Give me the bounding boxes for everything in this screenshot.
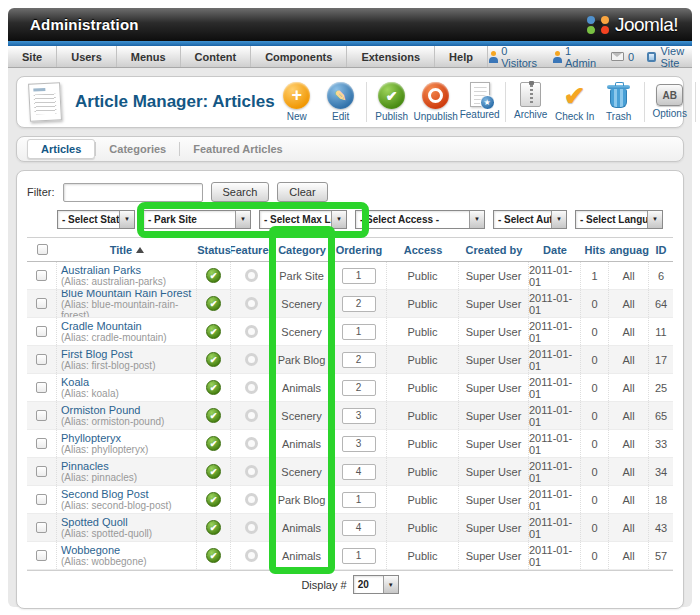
ordering-input[interactable]	[342, 380, 376, 396]
tab-featured-articles[interactable]: Featured Articles	[180, 140, 295, 158]
row-checkbox[interactable]	[36, 382, 47, 393]
row-checkbox[interactable]	[36, 298, 47, 309]
featured-button[interactable]: Featured	[458, 82, 502, 120]
row-checkbox[interactable]	[36, 550, 47, 561]
published-status-icon[interactable]: ✔	[206, 548, 221, 563]
unfeatured-toggle-icon[interactable]	[245, 437, 258, 450]
new-button[interactable]: +New	[275, 82, 319, 122]
row-checkbox[interactable]	[36, 522, 47, 533]
published-status-icon[interactable]: ✔	[206, 268, 221, 283]
menu-item-users[interactable]: Users	[57, 46, 117, 67]
unfeatured-toggle-icon[interactable]	[245, 521, 258, 534]
published-status-icon[interactable]: ✔	[206, 436, 221, 451]
unfeatured-toggle-icon[interactable]	[245, 409, 258, 422]
select-all-checkbox[interactable]	[37, 244, 48, 255]
published-status-icon[interactable]: ✔	[206, 352, 221, 367]
ordering-input[interactable]	[342, 436, 376, 452]
unfeatured-toggle-icon[interactable]	[245, 465, 258, 478]
article-title-link[interactable]: Phyllopteryx	[61, 432, 121, 444]
clear-button[interactable]: Clear	[277, 182, 327, 202]
header-label-status[interactable]: Status	[197, 244, 231, 256]
filter-select-park-site[interactable]: - Park Site▼	[143, 210, 251, 229]
header-label-hits[interactable]: Hits	[585, 244, 606, 256]
status-item-0-visitors[interactable]: 0 Visitors	[488, 45, 539, 69]
header-label-language[interactable]: Language	[609, 244, 649, 256]
article-title-link[interactable]: Ormiston Pound	[61, 404, 140, 416]
ordering-input[interactable]	[342, 324, 376, 340]
menu-item-extensions[interactable]: Extensions	[347, 46, 435, 67]
article-title-link[interactable]: First Blog Post	[61, 348, 133, 360]
edit-button[interactable]: ✎Edit	[319, 82, 363, 122]
unfeatured-toggle-icon[interactable]	[245, 325, 258, 338]
menu-item-content[interactable]: Content	[181, 46, 252, 67]
header-label-title[interactable]: Title	[110, 244, 132, 256]
unfeatured-toggle-icon[interactable]	[245, 297, 258, 310]
published-status-icon[interactable]: ✔	[206, 492, 221, 507]
row-checkbox[interactable]	[36, 410, 47, 421]
menu-item-help[interactable]: Help	[435, 46, 488, 67]
ordering-input[interactable]	[342, 548, 376, 564]
published-status-icon[interactable]: ✔	[206, 296, 221, 311]
filter-select-select-language[interactable]: - Select Language -▼	[575, 210, 663, 229]
menu-item-components[interactable]: Components	[251, 46, 347, 67]
ordering-input[interactable]	[342, 268, 376, 284]
row-checkbox[interactable]	[36, 326, 47, 337]
options-button[interactable]: ABOptions	[648, 82, 692, 119]
ordering-input[interactable]	[342, 352, 376, 368]
unpublish-button[interactable]: Unpublish	[414, 82, 458, 122]
status-item-view-site[interactable]: View Site	[647, 45, 688, 69]
filter-select-select-access[interactable]: - Select Access -▼	[355, 210, 485, 229]
filter-input[interactable]	[63, 183, 203, 202]
status-item-0[interactable]: 0	[611, 51, 634, 63]
article-title-link[interactable]: Second Blog Post	[61, 488, 148, 500]
filter-select-select-max-levels[interactable]: - Select Max Levels -▼	[259, 210, 347, 229]
ordering-input[interactable]	[342, 408, 376, 424]
filter-select-select-status[interactable]: - Select Status -▼	[57, 210, 135, 229]
unfeatured-toggle-icon[interactable]	[245, 269, 258, 282]
article-title-link[interactable]: Wobbegone	[61, 544, 120, 556]
menu-item-site[interactable]: Site	[8, 46, 57, 67]
row-checkbox[interactable]	[36, 270, 47, 281]
article-title-link[interactable]: Blue Mountain Rain Forest	[61, 290, 191, 299]
header-label-access[interactable]: Access	[404, 244, 443, 256]
row-checkbox[interactable]	[36, 494, 47, 505]
trash-button[interactable]: Trash	[597, 82, 641, 122]
row-checkbox[interactable]	[36, 438, 47, 449]
header-label-featured[interactable]: Featured	[231, 244, 273, 256]
published-status-icon[interactable]: ✔	[206, 408, 221, 423]
publish-button[interactable]: ✔Publish	[370, 82, 414, 122]
unfeatured-toggle-icon[interactable]	[245, 353, 258, 366]
published-status-icon[interactable]: ✔	[206, 520, 221, 535]
article-title-link[interactable]: Australian Parks	[61, 264, 141, 276]
tab-articles[interactable]: Articles	[27, 139, 95, 159]
header-label-ordering[interactable]: Ordering	[336, 244, 382, 256]
tab-categories[interactable]: Categories	[96, 140, 179, 158]
header-label-id[interactable]: ID	[656, 244, 667, 256]
unfeatured-toggle-icon[interactable]	[245, 381, 258, 394]
published-status-icon[interactable]: ✔	[206, 324, 221, 339]
unfeatured-toggle-icon[interactable]	[245, 493, 258, 506]
published-status-icon[interactable]: ✔	[206, 464, 221, 479]
ordering-input[interactable]	[342, 296, 376, 312]
published-status-icon[interactable]: ✔	[206, 380, 221, 395]
status-item-1-admin[interactable]: 1 Admin	[552, 45, 598, 69]
display-count-select[interactable]: 20 ▼	[353, 575, 399, 594]
filter-select-select-author[interactable]: - Select Author -▼	[493, 210, 567, 229]
menu-item-menus[interactable]: Menus	[117, 46, 181, 67]
article-title-link[interactable]: Cradle Mountain	[61, 320, 142, 332]
check-in-button[interactable]: ✔Check In	[553, 82, 597, 122]
article-title-link[interactable]: Spotted Quoll	[61, 516, 128, 528]
row-checkbox[interactable]	[36, 354, 47, 365]
article-title-link[interactable]: Pinnacles	[61, 460, 109, 472]
header-label-created_by[interactable]: Created by	[466, 244, 523, 256]
search-button[interactable]: Search	[211, 182, 270, 202]
ordering-input[interactable]	[342, 520, 376, 536]
unfeatured-toggle-icon[interactable]	[245, 549, 258, 562]
article-title-link[interactable]: Koala	[61, 376, 89, 388]
header-label-category[interactable]: Category	[278, 244, 326, 256]
ordering-input[interactable]	[342, 464, 376, 480]
ordering-input[interactable]	[342, 492, 376, 508]
header-label-date[interactable]: Date	[543, 244, 567, 256]
row-checkbox[interactable]	[36, 466, 47, 477]
archive-button[interactable]: Archive	[509, 82, 553, 120]
